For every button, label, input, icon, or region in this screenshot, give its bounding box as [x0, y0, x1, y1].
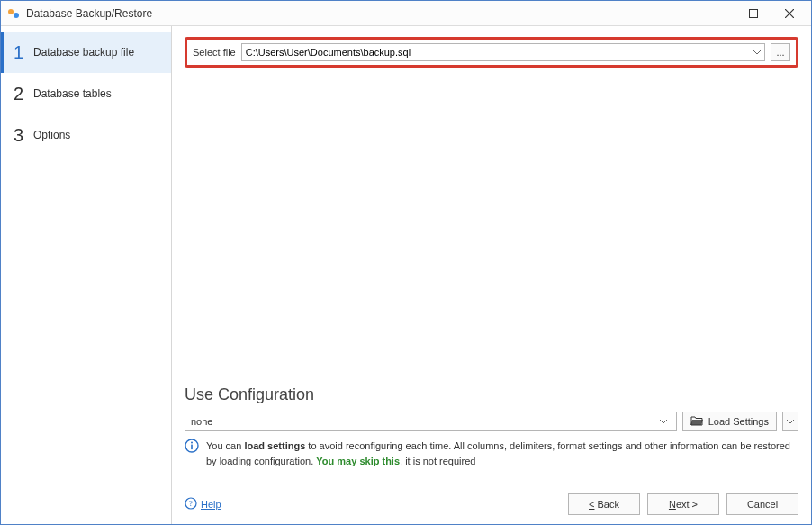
select-file-label: Select file	[193, 47, 236, 58]
step-number: 2	[14, 84, 33, 104]
window-controls	[735, 2, 807, 25]
svg-rect-7	[191, 445, 193, 450]
step-label: Database backup file	[33, 46, 134, 59]
footer: ? Help < Back Next > Cancel	[185, 486, 798, 515]
back-button[interactable]: < Back	[568, 493, 640, 515]
wizard-step-tables[interactable]: 2 Database tables	[1, 73, 171, 114]
browse-button-label: ...	[776, 47, 784, 58]
close-button[interactable]	[771, 2, 807, 25]
dialog-body: 1 Database backup file 2 Database tables…	[1, 26, 811, 524]
config-heading: Use Configuration	[185, 385, 798, 404]
load-settings-button[interactable]: Load Settings	[682, 412, 777, 431]
load-settings-label: Load Settings	[708, 416, 769, 427]
next-button[interactable]: Next >	[647, 493, 719, 515]
help-label: Help	[201, 499, 221, 510]
step-number: 3	[14, 125, 33, 146]
help-icon: ?	[185, 497, 197, 511]
window-title: Database Backup/Restore	[26, 7, 735, 20]
svg-rect-2	[750, 9, 758, 17]
step-label: Options	[33, 129, 70, 141]
wizard-sidebar: 1 Database backup file 2 Database tables…	[1, 26, 172, 524]
file-path-input[interactable]	[242, 44, 750, 60]
svg-point-6	[191, 442, 193, 444]
svg-point-1	[14, 13, 19, 18]
chevron-down-icon[interactable]	[660, 415, 676, 428]
blank-area	[185, 68, 798, 385]
svg-text:?: ?	[189, 499, 193, 508]
info-icon	[185, 439, 199, 453]
config-select-value: none	[185, 416, 660, 427]
folder-open-icon	[690, 415, 703, 428]
config-row: none Load Settings	[185, 412, 798, 431]
config-info-text: You can load settings to avoid reconfigu…	[206, 439, 798, 468]
file-path-combo[interactable]	[241, 43, 765, 61]
main-panel: Select file ... Use Configuration none	[172, 26, 811, 524]
wizard-step-options[interactable]: 3 Options	[1, 114, 171, 156]
svg-point-0	[8, 9, 14, 14]
maximize-button[interactable]	[735, 2, 771, 25]
load-settings-dropdown[interactable]	[782, 412, 798, 431]
step-label: Database tables	[33, 87, 112, 100]
browse-button[interactable]: ...	[771, 43, 790, 61]
chevron-down-icon[interactable]	[750, 49, 764, 56]
step-number: 1	[14, 42, 33, 63]
help-link[interactable]: ? Help	[185, 497, 221, 511]
config-section: Use Configuration none Load Settings	[185, 385, 798, 486]
title-bar: Database Backup/Restore	[1, 1, 811, 26]
app-icon	[6, 6, 21, 21]
config-select[interactable]: none	[185, 412, 677, 431]
cancel-button[interactable]: Cancel	[726, 493, 798, 515]
dialog-window: Database Backup/Restore 1 Database backu…	[0, 0, 812, 525]
config-info: You can load settings to avoid reconfigu…	[185, 439, 798, 468]
select-file-row: Select file ...	[185, 37, 798, 68]
wizard-step-backup-file[interactable]: 1 Database backup file	[1, 32, 171, 73]
